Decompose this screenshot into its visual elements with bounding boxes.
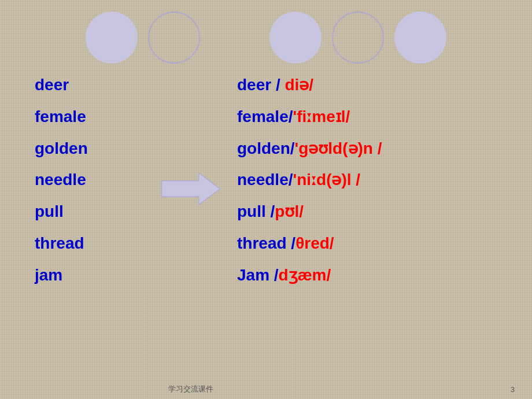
pronunc-thread-word: thread / — [237, 234, 295, 252]
right-circles — [269, 12, 446, 64]
pronunciation-list: deer / diə/ female/'fiːmeɪl/ golden/'gəʊ… — [231, 69, 509, 291]
footer-label: 学习交流课件 — [168, 384, 213, 394]
word-deer: deer — [35, 69, 150, 101]
footer: 学习交流课件 3 — [0, 384, 532, 394]
svg-marker-0 — [162, 173, 220, 205]
pronunc-female: female/'fiːmeɪl/ — [237, 101, 509, 133]
word-golden: golden — [35, 133, 150, 165]
pronunc-pull: pull /pʊl/ — [237, 196, 509, 228]
circle-right-filled-2 — [394, 12, 446, 64]
pronunc-golden: golden/'gəʊld(ə)n / — [237, 133, 509, 165]
left-circles — [86, 12, 200, 64]
word-needle: needle — [35, 164, 150, 196]
pronunc-thread-ipa: θred/ — [295, 234, 334, 252]
arrow-icon — [159, 173, 223, 205]
arrow-container — [150, 69, 231, 291]
pronunc-pull-word: pull / — [237, 202, 275, 220]
slide: deer female golden needle pull thread ja… — [0, 0, 532, 399]
pronunc-jam-ipa: dʒæm/ — [279, 266, 331, 284]
word-jam: jam — [35, 260, 150, 291]
pronunc-female-ipa: 'fiːmeɪl/ — [293, 108, 350, 125]
circle-left-filled — [86, 12, 138, 64]
word-pull: pull — [35, 196, 150, 228]
pronunc-needle: needle/'niːd(ə)l / — [237, 164, 509, 196]
pronunc-golden-word: golden/ — [237, 139, 295, 157]
pronunc-thread: thread /θred/ — [237, 228, 509, 260]
pronunc-jam: Jam /dʒæm/ — [237, 260, 509, 291]
word-thread: thread — [35, 228, 150, 260]
page-number: 3 — [511, 385, 515, 394]
pronunc-pull-ipa: pʊl/ — [275, 202, 304, 220]
pronunc-needle-word: needle/ — [237, 171, 293, 189]
pronunc-golden-ipa: 'gəʊld(ə)n / — [295, 139, 382, 157]
pronunc-needle-ipa: 'niːd(ə)l / — [293, 171, 360, 189]
main-content: deer female golden needle pull thread ja… — [0, 69, 532, 291]
circle-right-filled-1 — [269, 12, 322, 64]
pronunc-deer-word: deer / — [237, 76, 285, 94]
word-female: female — [35, 101, 150, 133]
pronunc-female-word: female/ — [237, 108, 293, 125]
pronunc-deer: deer / diə/ — [237, 69, 509, 101]
circle-left-outline — [148, 12, 200, 64]
circles-row — [0, 6, 532, 64]
word-list: deer female golden needle pull thread ja… — [23, 69, 150, 291]
pronunc-deer-ipa: diə/ — [285, 76, 313, 94]
pronunc-jam-word: Jam / — [237, 266, 279, 284]
circle-right-outline — [332, 12, 384, 64]
